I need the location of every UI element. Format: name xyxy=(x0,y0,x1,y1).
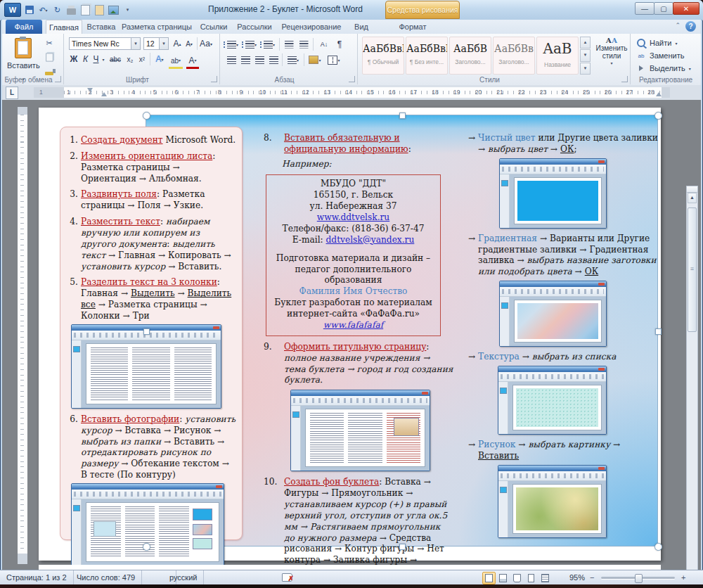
style-normal[interactable]: АаБбВвГг¶ Обычный xyxy=(362,37,404,75)
numbering-icon[interactable]: ▾ xyxy=(244,38,258,51)
print-layout-view-icon[interactable] xyxy=(482,572,496,584)
embedded-screenshot-gradient-fill[interactable] xyxy=(499,281,607,347)
contextual-tab-header[interactable]: Средства рисования xyxy=(385,1,460,19)
page-indicator[interactable]: Страница: 1 из 2 xyxy=(0,570,74,584)
hanging-indent-marker[interactable] xyxy=(101,92,107,96)
subscript-button[interactable]: x₂ xyxy=(124,53,136,65)
undo-icon[interactable]: ↶▾ xyxy=(37,4,49,16)
embedded-screenshot-columns[interactable] xyxy=(71,324,221,409)
word-count[interactable]: Число слов: 479 xyxy=(70,570,142,584)
tab-format[interactable]: Формат xyxy=(389,20,436,34)
shading-icon[interactable]: ▾ xyxy=(307,53,323,66)
collapse-ribbon-icon[interactable]: ⌃ xyxy=(675,22,681,29)
replace-button[interactable]: ab Заменить xyxy=(636,50,684,61)
embedded-screenshot-columns-photos[interactable] xyxy=(71,483,224,566)
embedded-screenshot-blue-fill[interactable] xyxy=(499,158,607,229)
format-painter-icon[interactable] xyxy=(43,66,56,77)
document-page[interactable]: 1.Создать документ Microsoft Word. 2.Изм… xyxy=(39,108,661,561)
styles-scroll-down-icon[interactable]: ▼ xyxy=(580,49,591,61)
minimize-button[interactable]: — xyxy=(635,2,654,15)
select-button[interactable]: Выделить▾ xyxy=(636,63,691,74)
copy-icon[interactable] xyxy=(79,4,91,16)
horizontal-ruler[interactable]: 1 12345678910111213141516171819202122232… xyxy=(34,87,670,98)
show-marks-icon[interactable]: ¶ xyxy=(335,38,344,51)
fullscreen-reading-view-icon[interactable] xyxy=(496,572,510,584)
zoom-slider-track[interactable] xyxy=(601,577,675,579)
align-left-icon[interactable] xyxy=(226,53,237,66)
clipboard-dialog-launcher[interactable] xyxy=(55,76,61,82)
insert-image-icon[interactable] xyxy=(108,4,120,16)
embedded-screenshot-title-page[interactable] xyxy=(290,390,430,471)
tab-home[interactable]: Главная xyxy=(46,20,82,34)
align-right-icon[interactable] xyxy=(254,53,265,66)
increase-indent-icon[interactable] xyxy=(297,38,310,51)
superscript-button[interactable]: x² xyxy=(136,53,148,65)
tab-mailings[interactable]: Рассылки xyxy=(233,20,276,34)
borders-icon[interactable]: ▾ xyxy=(325,53,342,66)
close-button[interactable]: ✕ xyxy=(673,2,699,15)
styles-dialog-launcher[interactable] xyxy=(621,76,628,82)
embedded-screenshot-texture-fill[interactable] xyxy=(498,366,607,435)
bullets-icon[interactable]: ▾ xyxy=(226,38,240,51)
selection-handle-middle-left[interactable] xyxy=(143,328,150,335)
maximize-button[interactable]: ▢ xyxy=(654,2,673,15)
justify-icon[interactable] xyxy=(268,53,279,66)
right-indent-marker[interactable] xyxy=(656,92,662,96)
split-handle[interactable] xyxy=(687,186,697,193)
decrease-indent-icon[interactable] xyxy=(283,38,295,51)
paste-button[interactable]: Вставить ▾ xyxy=(6,37,40,79)
tab-file[interactable]: Файл xyxy=(6,20,42,34)
underline-dropdown-icon[interactable]: ▾ xyxy=(101,53,106,65)
grow-font-button[interactable]: А▴ xyxy=(172,37,183,50)
text-effects-icon[interactable]: А▾ xyxy=(153,53,166,65)
font-dialog-launcher[interactable] xyxy=(211,76,217,82)
copy-icon-ribbon[interactable] xyxy=(43,52,56,63)
tab-view[interactable]: Вид xyxy=(348,20,375,34)
vertical-scrollbar[interactable]: ▲ ▼ ▲▲ ● ▼▼ xyxy=(686,186,698,570)
paste-small-icon[interactable] xyxy=(93,4,105,16)
line-spacing-icon[interactable]: ▾ xyxy=(285,53,301,66)
middle-column[interactable]: 8.Вставить обязательную и официальную ин… xyxy=(264,133,453,549)
styles-scroll-up-icon[interactable]: ▲ xyxy=(580,37,591,49)
tab-references[interactable]: Ссылки xyxy=(196,20,231,34)
outline-view-icon[interactable] xyxy=(524,572,538,584)
embedded-screenshot-picture-fill[interactable] xyxy=(498,465,607,538)
scrollbar-thumb[interactable] xyxy=(688,207,697,332)
language-indicator[interactable]: русский xyxy=(163,570,204,584)
cut-icon[interactable]: ✂ xyxy=(43,38,56,49)
shrink-font-button[interactable]: А▾ xyxy=(183,37,195,50)
help-icon[interactable]: ? xyxy=(685,21,696,32)
align-center-icon[interactable] xyxy=(240,53,251,66)
draft-view-icon[interactable] xyxy=(538,572,552,584)
web-layout-view-icon[interactable] xyxy=(510,572,524,584)
font-size-combo[interactable]: 12▾ xyxy=(143,37,169,50)
tab-insert[interactable]: Вставка xyxy=(84,20,118,34)
sort-icon[interactable]: А↓ xyxy=(316,38,332,51)
save-icon[interactable] xyxy=(23,4,35,16)
scroll-up-icon[interactable]: ▲ xyxy=(688,193,697,203)
style-heading2[interactable]: АаБбВвЗаголово... xyxy=(493,37,535,75)
multilevel-list-icon[interactable]: ▾ xyxy=(262,38,276,51)
selection-handle-top-right[interactable] xyxy=(654,112,662,120)
qat-more-icon[interactable]: ▾ xyxy=(122,4,134,16)
selection-handle-top-left[interactable] xyxy=(143,112,150,120)
zoom-slider-thumb[interactable] xyxy=(635,574,643,583)
paragraph-dialog-launcher[interactable] xyxy=(349,76,355,82)
first-line-indent-marker[interactable] xyxy=(87,88,93,92)
zoom-out-icon[interactable]: − xyxy=(590,575,596,581)
tab-page-layout[interactable]: Разметка страницы xyxy=(119,20,195,34)
font-name-combo[interactable]: Times New Rc▾ xyxy=(69,37,141,50)
style-title[interactable]: AaBНазвание xyxy=(536,37,579,75)
redo-icon[interactable]: ↻ xyxy=(51,4,63,16)
style-heading1[interactable]: АаБбВЗаголово... xyxy=(449,37,491,75)
change-styles-button[interactable]: АА Изменить стили ▾ xyxy=(594,37,629,76)
tab-selector[interactable]: L xyxy=(6,87,18,99)
selection-handle-bottom-left[interactable] xyxy=(143,543,150,551)
find-button[interactable]: Найти▾ xyxy=(636,37,677,49)
style-no-spacing[interactable]: АаБбВвГг¶ Без инте... xyxy=(406,37,448,75)
print-icon[interactable] xyxy=(65,4,77,16)
zoom-in-icon[interactable]: + xyxy=(681,575,688,581)
change-case-button[interactable]: Аа▾ xyxy=(199,37,213,50)
word-logo-icon[interactable]: W xyxy=(4,3,21,17)
vertical-ruler[interactable] xyxy=(18,107,27,564)
